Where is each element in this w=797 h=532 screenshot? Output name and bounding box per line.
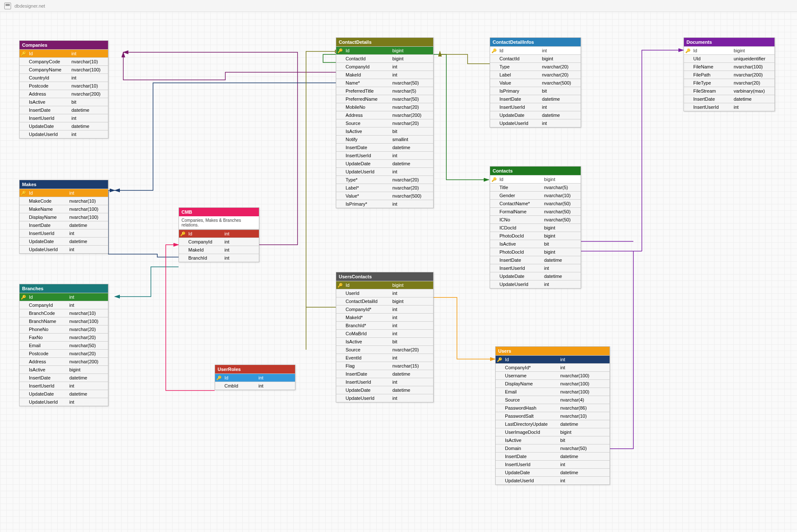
table-row[interactable]: MakeIdint bbox=[336, 71, 433, 79]
table-header[interactable]: ContactDetailInfos bbox=[490, 38, 581, 46]
table-row[interactable]: FileNamenvarchar(100) bbox=[684, 62, 774, 71]
table-row[interactable]: UpdateUserIdint bbox=[20, 398, 108, 406]
table-row[interactable]: ContactName*nvarchar(50) bbox=[490, 199, 581, 207]
table-row[interactable]: FilePathnvarchar(200) bbox=[684, 71, 774, 79]
table-row[interactable]: 🔑Idbigint bbox=[336, 281, 433, 289]
table-row[interactable]: MakeNamenvarchar(100) bbox=[20, 205, 108, 213]
table-row[interactable]: Label*nvarchar(20) bbox=[336, 184, 433, 192]
table-row[interactable]: PreferredTitlenvarchar(5) bbox=[336, 87, 433, 95]
table-row[interactable]: BranchIdint bbox=[179, 254, 259, 262]
table-row[interactable]: UpdateDatedatetime bbox=[20, 122, 108, 130]
table-header[interactable]: Contacts bbox=[490, 167, 581, 175]
table-row[interactable]: UpdateUserIdint bbox=[490, 119, 581, 127]
table-row[interactable]: Titlenvarchar(5) bbox=[490, 183, 581, 191]
table-row[interactable]: PhotoDocIdbigint bbox=[490, 232, 581, 240]
table-row[interactable]: LastDirectoryUpdatedatetime bbox=[496, 420, 610, 428]
table-row[interactable]: Emailnvarchar(50) bbox=[20, 341, 108, 349]
table-row[interactable]: CompanyId*int bbox=[336, 305, 433, 313]
table-row[interactable]: MakeId*int bbox=[336, 313, 433, 321]
table-row[interactable]: UpdateUserIdint bbox=[336, 394, 433, 402]
table-row[interactable]: 🔑Idbigint bbox=[684, 46, 774, 54]
table-row[interactable]: PasswordHashnvarchar(86) bbox=[496, 404, 610, 412]
table-row[interactable]: InsertDatedatetime bbox=[20, 221, 108, 229]
table-row[interactable]: Postcodenvarchar(20) bbox=[20, 349, 108, 357]
table-header[interactable]: UsersContacts bbox=[336, 272, 433, 281]
table-branches[interactable]: Branches🔑IdintCompanyIdintBranchCodenvar… bbox=[19, 284, 108, 406]
table-row[interactable]: Typenvarchar(20) bbox=[490, 62, 581, 71]
table-row[interactable]: Usernamenvarchar(100) bbox=[496, 371, 610, 379]
table-row[interactable]: InsertDatedatetime bbox=[684, 95, 774, 103]
table-row[interactable]: ContactDetailIdbigint bbox=[336, 297, 433, 305]
table-row[interactable]: UserImageDocIdbigint bbox=[496, 428, 610, 436]
table-row[interactable]: IsActivebit bbox=[490, 240, 581, 248]
table-row[interactable]: BranchNamenvarchar(100) bbox=[20, 317, 108, 325]
table-documents[interactable]: Documents🔑IdbigintUIduniqueidentifierFil… bbox=[684, 37, 775, 111]
table-row[interactable]: InsertUserIdint bbox=[336, 151, 433, 159]
table-companies[interactable]: Companies🔑IdintCompanyCodenvarchar(10)Co… bbox=[19, 40, 108, 139]
table-row[interactable]: UserIdint bbox=[336, 289, 433, 297]
table-row[interactable]: 🔑Idbigint bbox=[336, 46, 433, 54]
table-row[interactable]: CompanyCodenvarchar(10) bbox=[20, 57, 108, 65]
table-row[interactable]: ContactIdbigint bbox=[336, 54, 433, 62]
table-row[interactable]: CompanyNamenvarchar(100) bbox=[20, 65, 108, 74]
table-row[interactable]: InsertDatedatetime bbox=[336, 143, 433, 151]
table-row[interactable]: UpdateDatedatetime bbox=[20, 390, 108, 398]
table-row[interactable]: Name*nvarchar(50) bbox=[336, 79, 433, 87]
table-row[interactable]: InsertUserIdint bbox=[684, 103, 774, 111]
table-row[interactable]: DisplayNamenvarchar(100) bbox=[20, 213, 108, 221]
table-row[interactable]: Gendernvarchar(10) bbox=[490, 191, 581, 199]
table-row[interactable]: UpdateUserIdint bbox=[336, 167, 433, 175]
table-row[interactable]: InsertDatedatetime bbox=[20, 374, 108, 382]
table-cmb[interactable]: CMBCompanies, Makes & Branches relations… bbox=[179, 207, 259, 262]
table-header[interactable]: Branches bbox=[20, 284, 108, 293]
table-header[interactable]: Documents bbox=[684, 38, 774, 46]
table-contactdetails[interactable]: ContactDetails🔑IdbigintContactIdbigintCo… bbox=[336, 37, 434, 208]
table-row[interactable]: UpdateDatedatetime bbox=[336, 159, 433, 167]
table-row[interactable]: InsertUserIdint bbox=[336, 378, 433, 386]
table-row[interactable]: Value*nvarchar(500) bbox=[336, 192, 433, 200]
table-row[interactable]: InsertUserIdint bbox=[490, 264, 581, 272]
table-row[interactable]: UpdateDatedatetime bbox=[20, 237, 108, 245]
table-row[interactable]: IsActivebit bbox=[336, 337, 433, 345]
table-row[interactable]: UpdateUserIdint bbox=[20, 245, 108, 253]
table-row[interactable]: Sourcenvarchar(20) bbox=[336, 119, 433, 127]
table-row[interactable]: ICNonvarchar(50) bbox=[490, 215, 581, 224]
table-row[interactable]: Flagnvarchar(15) bbox=[336, 362, 433, 370]
table-row[interactable]: PreferredNamenvarchar(50) bbox=[336, 95, 433, 103]
table-row[interactable]: UpdateDatedatetime bbox=[496, 468, 610, 476]
table-header[interactable]: CMB bbox=[179, 208, 259, 216]
table-row[interactable]: IsActivebit bbox=[336, 127, 433, 135]
table-row[interactable]: IsActivebit bbox=[20, 98, 108, 106]
table-row[interactable]: InsertUserIdint bbox=[496, 460, 610, 468]
table-row[interactable]: MobileNonvarchar(20) bbox=[336, 103, 433, 111]
table-row[interactable]: CompanyIdint bbox=[336, 62, 433, 71]
table-contactdetailinfos[interactable]: ContactDetailInfos🔑IdintContactIdbigintT… bbox=[490, 37, 581, 127]
table-contacts[interactable]: Contacts🔑IdbigintTitlenvarchar(5)Gendern… bbox=[490, 166, 581, 289]
table-row[interactable]: InsertUserIdint bbox=[20, 382, 108, 390]
table-userscontacts[interactable]: UsersContacts🔑IdbigintUserIdintContactDe… bbox=[336, 272, 434, 402]
table-row[interactable]: 🔑Idint bbox=[179, 229, 259, 238]
table-row[interactable]: InsertUserIdint bbox=[490, 103, 581, 111]
table-row[interactable]: Addressnvarchar(200) bbox=[336, 111, 433, 119]
table-row[interactable]: CompanyId*int bbox=[496, 363, 610, 371]
table-row[interactable]: FileTypenvarchar(20) bbox=[684, 79, 774, 87]
table-row[interactable]: PasswordSaltnvarchar(10) bbox=[496, 412, 610, 420]
table-row[interactable]: UpdateDatedatetime bbox=[490, 111, 581, 119]
canvas[interactable]: Companies🔑IdintCompanyCodenvarchar(10)Co… bbox=[0, 12, 797, 532]
table-header[interactable]: Makes bbox=[20, 180, 108, 189]
table-row[interactable]: Addressnvarchar(200) bbox=[20, 90, 108, 98]
table-row[interactable]: IsActivebit bbox=[496, 436, 610, 444]
table-row[interactable]: UpdateUserIdint bbox=[490, 280, 581, 288]
table-row[interactable]: InsertUserIdint bbox=[20, 114, 108, 122]
table-row[interactable]: 🔑Idbigint bbox=[490, 175, 581, 183]
table-row[interactable]: InsertDatedatetime bbox=[490, 256, 581, 264]
table-row[interactable]: EventIdint bbox=[336, 354, 433, 362]
table-row[interactable]: InsertDatedatetime bbox=[20, 106, 108, 114]
table-row[interactable]: UpdateDatedatetime bbox=[490, 272, 581, 280]
table-row[interactable]: UpdateUserIdint bbox=[20, 130, 108, 138]
table-row[interactable]: UpdateUserIdint bbox=[496, 476, 610, 484]
table-row[interactable]: PhotoDocIdbigint bbox=[490, 248, 581, 256]
table-row[interactable]: MakeCodenvarchar(10) bbox=[20, 197, 108, 205]
table-row[interactable]: CompanyIdint bbox=[179, 238, 259, 246]
table-row[interactable]: CoMaBrIdint bbox=[336, 329, 433, 337]
